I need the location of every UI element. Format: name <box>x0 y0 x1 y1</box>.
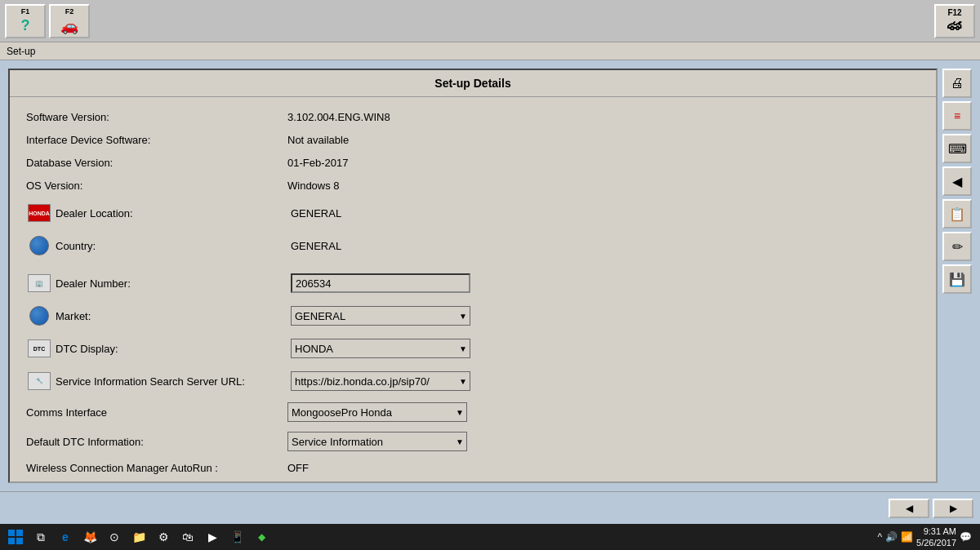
back-icon: ◀ <box>952 174 962 189</box>
print-button[interactable]: 🖨 <box>942 69 972 98</box>
f12-label: F12 <box>947 8 961 17</box>
panel-title: Set-up Details <box>10 70 936 97</box>
f12-button[interactable]: F12 🏎 <box>934 4 975 38</box>
comms-interface-select[interactable]: MongoosePro Honda J2534 <box>287 402 467 422</box>
market-label: Market: <box>56 310 291 322</box>
comms-interface-row: Comms Interface MongoosePro Honda J2534 <box>26 397 920 427</box>
edit-button[interactable]: ✏ <box>942 232 972 261</box>
task-view-icon: ⧉ <box>37 530 45 544</box>
edit-icon: ✏ <box>952 239 963 255</box>
save-button[interactable]: 💾 <box>942 264 972 294</box>
os-version-label: OS Version: <box>26 180 287 192</box>
si-search-select-wrapper: https://biz.honda.co.jp/sip70/ <box>291 371 470 391</box>
tray-network: 🔊 <box>885 531 898 543</box>
right-sidebar: 🖨 ≡ ⌨ ◀ 📋 ✏ 💾 <box>938 69 972 483</box>
start-button[interactable] <box>3 526 28 548</box>
firefox-button[interactable]: 🦊 <box>78 526 101 548</box>
wireless-value: OFF <box>287 462 309 474</box>
dtc-display-label: DTC Display: <box>56 343 291 355</box>
date-display: 5/26/2017 <box>916 537 956 548</box>
task-view-button[interactable]: ⧉ <box>29 526 52 548</box>
svg-rect-3 <box>16 538 23 544</box>
car-icon: 🚗 <box>60 17 78 35</box>
list-icon: ≡ <box>954 109 960 122</box>
svg-rect-1 <box>16 530 23 536</box>
save-icon: 💾 <box>949 272 965 287</box>
svg-rect-2 <box>8 538 15 544</box>
market-select-wrapper: GENERAL JAPAN USA EUROPE <box>291 306 470 326</box>
country-value: GENERAL <box>291 240 341 252</box>
breadcrumb-text: Set-up <box>7 46 35 57</box>
phone-button[interactable]: 📱 <box>225 526 248 548</box>
default-dtc-select[interactable]: Service Information Freeze Frame <box>287 432 467 451</box>
media-button[interactable]: ▶ <box>201 526 224 548</box>
dealer-number-icon: 🏢 <box>26 272 52 295</box>
tray-chevron[interactable]: ^ <box>877 531 882 543</box>
wireless-label: Wireless Connection Manager AutoRun : <box>26 462 287 474</box>
interface-device-row: Interface Device Software: Not available <box>26 128 920 151</box>
software-version-row: Software Version: 3.102.004.ENG.WIN8 <box>26 105 920 128</box>
market-row: Market: GENERAL JAPAN USA EUROPE <box>26 299 920 332</box>
comms-interface-label: Comms Interface <box>26 406 287 419</box>
interface-device-label: Interface Device Software: <box>26 134 287 146</box>
dtc-display-select[interactable]: HONDA ACURA <box>291 339 470 358</box>
si-search-label: Service Information Search Server URL: <box>56 375 291 388</box>
si-search-row: 🔧 Service Information Search Server URL:… <box>26 365 920 397</box>
si-search-select[interactable]: https://biz.honda.co.jp/sip70/ <box>291 371 470 391</box>
keyboard-button[interactable]: ⌨ <box>942 134 972 163</box>
store-button[interactable]: 🛍 <box>176 526 199 548</box>
database-version-label: Database Version: <box>26 157 287 169</box>
database-version-row: Database Version: 01-Feb-2017 <box>26 151 920 174</box>
dealer-number-label: Dealer Number: <box>56 277 291 290</box>
dtc-icon: DTC <box>26 337 52 360</box>
tray-notification[interactable]: 💬 <box>960 531 972 543</box>
f2-button[interactable]: F2 🚗 <box>49 4 90 38</box>
keyboard-icon: ⌨ <box>948 141 967 157</box>
database-version-value: 01-Feb-2017 <box>287 157 348 169</box>
media-icon: ▶ <box>208 530 217 543</box>
software-version-value: 3.102.004.ENG.WIN8 <box>287 111 390 123</box>
os-version-row: OS Version: Windows 8 <box>26 174 920 197</box>
printer-icon: 🖨 <box>951 76 964 91</box>
dealer-number-row: 🏢 Dealer Number: <box>26 267 920 299</box>
system-tray: ^ 🔊 📶 9:31 AM 5/26/2017 💬 <box>872 526 977 549</box>
chrome-icon: ⊙ <box>109 530 119 543</box>
explorer-button[interactable]: 📁 <box>127 526 150 548</box>
f2-label: F2 <box>65 7 74 16</box>
toolbar: F1 ? F2 🚗 F12 🏎 <box>0 0 980 42</box>
chrome-button[interactable]: ⊙ <box>103 526 126 548</box>
back-button[interactable]: ◀ <box>942 166 972 196</box>
list-button[interactable]: ≡ <box>942 101 972 131</box>
country-label: Country: <box>56 240 291 252</box>
app-icon-button[interactable]: ◆ <box>250 526 273 548</box>
default-dtc-label: Default DTC Information: <box>26 436 287 448</box>
dealer-number-input[interactable] <box>291 273 470 293</box>
edge-button[interactable]: e <box>54 526 77 548</box>
country-row: Country: GENERAL <box>26 229 920 262</box>
note-button[interactable]: 📋 <box>942 199 972 228</box>
help-icon: ? <box>21 17 30 34</box>
market-icon <box>26 304 52 327</box>
dealer-location-row: HONDA Dealer Location: GENERAL <box>26 197 920 229</box>
bottom-bar: ◀ ▶ <box>0 491 980 524</box>
note-icon: 📋 <box>949 206 965 222</box>
f1-button[interactable]: F1 ? <box>5 4 46 38</box>
hds-beep-row: HDS Beep: OFF ON <box>26 479 920 483</box>
scroll-left-button[interactable]: ◀ <box>889 499 929 518</box>
forklift-icon: 🏎 <box>947 17 962 34</box>
wireless-row: Wireless Connection Manager AutoRun : OF… <box>26 456 920 479</box>
scroll-right-button[interactable]: ▶ <box>933 499 973 518</box>
windows-icon <box>7 529 24 545</box>
phone-icon: 📱 <box>230 530 244 543</box>
honda-icon: HONDA <box>26 202 52 224</box>
explorer-icon: 📁 <box>132 530 146 543</box>
app-icon: ◆ <box>258 531 265 543</box>
market-select[interactable]: GENERAL JAPAN USA EUROPE <box>291 306 470 326</box>
software-version-label: Software Version: <box>26 111 287 123</box>
settings-icon: ⚙ <box>158 530 169 543</box>
settings-button[interactable]: ⚙ <box>152 526 175 548</box>
time-display: 9:31 AM <box>916 526 956 537</box>
globe-icon <box>26 234 52 257</box>
main-area: Set-up Details Software Version: 3.102.0… <box>0 60 980 491</box>
default-dtc-row: Default DTC Information: Service Informa… <box>26 427 920 456</box>
